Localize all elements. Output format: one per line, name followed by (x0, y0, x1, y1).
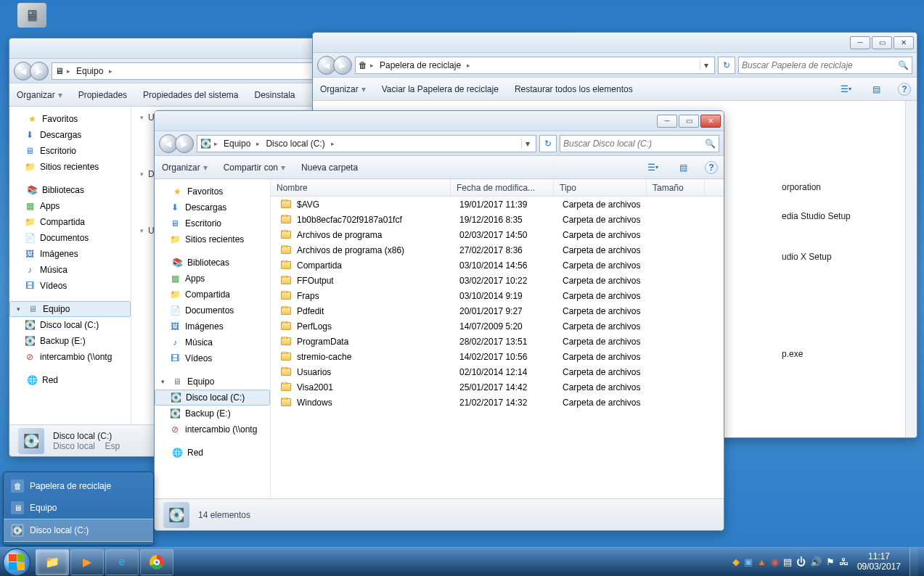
tray-volume-icon[interactable]: 🔊 (810, 556, 822, 567)
file-row[interactable]: Windows21/02/2017 14:32Carpeta de archiv… (271, 395, 724, 410)
nav-videos[interactable]: 🎞Vídeos (155, 350, 270, 366)
nav-backup-e[interactable]: 💽Backup (E:) (155, 406, 270, 421)
toolbar-propiedades[interactable]: Propiedades (77, 87, 128, 103)
toolbar-organizar[interactable]: Organizar ▾ (15, 87, 64, 103)
col-tipo[interactable]: Tipo (554, 179, 647, 196)
col-tamano[interactable]: Tamaño (647, 179, 705, 196)
file-row[interactable]: 1b0b8ecfac702f9187a01fcf19/12/2016 8:35C… (271, 212, 724, 227)
file-row[interactable]: FFOutput03/02/2017 10:22Carpeta de archi… (271, 273, 724, 288)
search-icon[interactable]: 🔍 (705, 139, 716, 149)
nav-compartida[interactable]: 📁Compartida (9, 214, 131, 230)
titlebar[interactable]: ─ ▭ ✕ (313, 33, 917, 53)
tray-icon[interactable]: ▲ (757, 556, 766, 567)
maximize-button[interactable]: ▭ (872, 36, 892, 49)
nav-red[interactable]: 🌐Red (9, 372, 131, 388)
show-desktop-button[interactable] (909, 548, 918, 577)
nav-compartida[interactable]: 📁Compartida (155, 287, 270, 303)
nav-backup-e[interactable]: 💽Backup (E:) (9, 333, 131, 349)
taskbar-explorer[interactable]: 📁 (36, 549, 69, 575)
address-bar[interactable]: 💽 ▸ Equipo ▸ Disco local (C:) ▸ ▾ (197, 135, 536, 152)
nav-forward-button[interactable]: ► (333, 56, 352, 75)
nav-intercambio[interactable]: ⊘intercambio (\\ontg (9, 349, 131, 365)
breadcrumb-sep[interactable]: ▸ (370, 62, 374, 69)
nav-disco-c[interactable]: 💽Disco local (C:) (9, 317, 131, 333)
breadcrumb-sep[interactable]: ▸ (256, 140, 260, 147)
nav-red[interactable]: 🌐Red (155, 445, 270, 461)
breadcrumb-sep[interactable]: ▸ (214, 140, 218, 147)
breadcrumb-sep[interactable]: ▸ (67, 67, 70, 75)
file-row[interactable]: Archivos de programa (x86)27/02/2017 8:3… (271, 242, 724, 258)
nav-descargas[interactable]: ⬇Descargas (155, 199, 270, 215)
nav-apps[interactable]: ▦Apps (155, 271, 270, 287)
address-dropdown[interactable]: ▾ (700, 60, 711, 70)
nav-intercambio[interactable]: ⊘intercambio (\\ontg (155, 421, 270, 437)
toolbar-restaurar[interactable]: Restaurar todos los elementos (513, 81, 634, 97)
search-input[interactable] (742, 60, 898, 70)
jumplist-item-equipo[interactable]: 🖥Equipo (4, 497, 153, 519)
col-nombre[interactable]: Nombre (271, 179, 451, 196)
desktop-icon-computer[interactable]: 🖥 (15, 3, 49, 29)
tray-power-icon[interactable]: ⏻ (796, 556, 806, 567)
col-fecha[interactable]: Fecha de modifica... (451, 179, 554, 196)
help-button[interactable]: ? (705, 161, 718, 174)
taskbar-media-player[interactable]: ▶ (70, 549, 104, 575)
breadcrumb-sep[interactable]: ▸ (331, 140, 335, 147)
titlebar[interactable]: ─ ▭ ✕ (155, 111, 724, 131)
nav-videos[interactable]: 🎞Vídeos (9, 278, 131, 294)
taskbar-ie[interactable]: ｅ (105, 549, 139, 575)
view-button[interactable]: ☰ ▾ (644, 160, 661, 175)
toolbar-compartir[interactable]: Compartir con ▾ (222, 160, 287, 176)
toolbar-vaciar[interactable]: Vaciar la Papelera de reciclaje (380, 81, 500, 97)
nav-musica[interactable]: ♪Música (155, 334, 270, 350)
close-button[interactable]: ✕ (894, 36, 914, 49)
file-row[interactable]: Usuarios02/10/2014 12:14Carpeta de archi… (271, 364, 724, 379)
nav-sitios-recientes[interactable]: 📁Sitios recientes (9, 159, 131, 175)
search-box[interactable]: 🔍 (560, 135, 719, 152)
nav-documentos[interactable]: 📄Documentos (9, 230, 131, 246)
start-button[interactable] (3, 548, 30, 576)
nav-escritorio[interactable]: 🖥Escritorio (9, 143, 131, 159)
file-row[interactable]: PerfLogs14/07/2009 5:20Carpeta de archiv… (271, 318, 724, 334)
minimize-button[interactable]: ─ (657, 115, 677, 128)
nav-favoritos[interactable]: ★Favoritos (9, 111, 131, 127)
nav-documentos[interactable]: 📄Documentos (155, 303, 270, 318)
refresh-button[interactable]: ↻ (718, 57, 735, 74)
view-button[interactable]: ☰ ▾ (837, 82, 854, 96)
breadcrumb-disco-c[interactable]: Disco local (C:) (263, 137, 327, 150)
scrollbar[interactable] (905, 101, 917, 437)
jumplist-item-papelera[interactable]: 🗑Papelera de reciclaje (4, 475, 153, 497)
preview-pane-button[interactable]: ▤ (674, 160, 692, 175)
taskbar-clock[interactable]: 11:17 09/03/2017 (853, 552, 905, 571)
nav-favoritos[interactable]: ★Favoritos (155, 184, 270, 199)
jumplist-item-disco-c[interactable]: 💽Disco local (C:) (4, 519, 153, 542)
address-bar[interactable]: 🗑 ▸ Papelera de reciclaje ▸ ▾ (355, 57, 715, 74)
file-row[interactable]: Fraps03/10/2014 9:19Carpeta de archivos (271, 288, 724, 303)
minimize-button[interactable]: ─ (850, 36, 870, 49)
tray-icon[interactable]: ◉ (771, 556, 779, 567)
nav-equipo[interactable]: ▾🖥Equipo (155, 374, 270, 390)
nav-imagenes[interactable]: 🖼Imágenes (155, 318, 270, 334)
toolbar-propiedades-sistema[interactable]: Propiedades del sistema (142, 87, 240, 103)
refresh-button[interactable]: ↻ (539, 135, 557, 152)
nav-imagenes[interactable]: 🖼Imágenes (9, 246, 131, 262)
nav-disco-c[interactable]: 💽Disco local (C:) (155, 390, 270, 406)
taskbar-chrome[interactable] (140, 549, 173, 575)
search-input[interactable] (563, 139, 705, 149)
file-row[interactable]: Archivos de programa02/03/2017 14:50Carp… (271, 227, 724, 242)
nav-escritorio[interactable]: 🖥Escritorio (155, 215, 270, 231)
nav-sitios-recientes[interactable]: 📁Sitios recientes (155, 231, 270, 247)
maximize-button[interactable]: ▭ (679, 115, 699, 128)
nav-bibliotecas[interactable]: 📚Bibliotecas (155, 255, 270, 271)
nav-forward-button[interactable]: ► (30, 62, 49, 81)
breadcrumb-papelera[interactable]: Papelera de reciclaje (377, 59, 464, 72)
toolbar-nueva-carpeta[interactable]: Nueva carpeta (300, 160, 359, 176)
toolbar-organizar[interactable]: Organizar ▾ (319, 81, 367, 97)
nav-forward-button[interactable]: ► (175, 134, 194, 153)
search-box[interactable]: 🔍 (738, 57, 912, 74)
nav-apps[interactable]: ▦Apps (9, 198, 131, 214)
tray-icon[interactable]: ▤ (783, 556, 792, 567)
file-row[interactable]: Pdfedit20/01/2017 9:27Carpeta de archivo… (271, 303, 724, 318)
preview-pane-button[interactable]: ▤ (867, 82, 885, 96)
tray-icon[interactable]: ◆ (732, 556, 740, 567)
toolbar-organizar[interactable]: Organizar ▾ (160, 160, 209, 176)
